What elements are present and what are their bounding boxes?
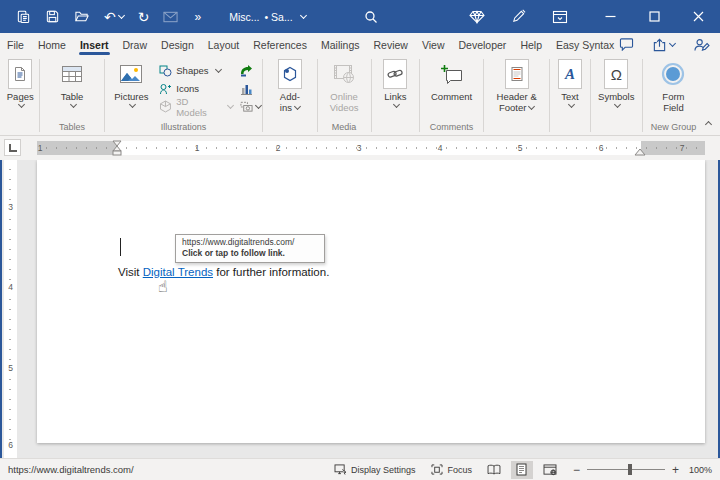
comment-button[interactable]: Comment bbox=[431, 59, 472, 102]
read-mode-button[interactable] bbox=[483, 461, 505, 479]
group-label-new-group: New Group bbox=[644, 121, 703, 135]
pages-button[interactable]: Pages bbox=[7, 59, 34, 109]
gem-icon[interactable] bbox=[469, 10, 485, 24]
minimize-button[interactable] bbox=[588, 0, 632, 33]
chart-button[interactable] bbox=[240, 82, 261, 95]
group-label-text bbox=[551, 121, 588, 135]
ribbon-group-addins: Add- ins bbox=[264, 56, 315, 135]
screenshot-button[interactable] bbox=[240, 100, 261, 113]
zoom-percentage[interactable]: 100% bbox=[686, 465, 712, 475]
document-title[interactable]: Misc... • Sa... bbox=[229, 11, 306, 23]
links-icon bbox=[383, 59, 407, 89]
ribbon-tab-label: Insert bbox=[80, 39, 109, 51]
zoom-slider-thumb[interactable] bbox=[628, 464, 632, 475]
zoom-out-button[interactable]: − bbox=[573, 465, 580, 475]
save-icon[interactable] bbox=[45, 9, 60, 24]
ribbon: Pages Table Tables bbox=[0, 56, 720, 136]
comment-icon bbox=[440, 59, 464, 89]
ribbon-tab[interactable]: Developer bbox=[452, 33, 514, 56]
symbols-button[interactable]: Ω Symbols bbox=[598, 59, 634, 109]
web-layout-button[interactable] bbox=[539, 461, 561, 479]
horizontal-ruler[interactable]: 11234567 bbox=[37, 141, 705, 155]
editing-mode-icon[interactable] bbox=[693, 38, 710, 52]
ribbon-tab[interactable]: Help bbox=[513, 33, 549, 56]
print-layout-button[interactable] bbox=[511, 461, 533, 479]
hand-cursor-icon: ☝ bbox=[158, 277, 168, 296]
document-title-text: Misc... bbox=[229, 11, 259, 23]
tab-row-right-icons bbox=[619, 33, 710, 56]
ribbon-tab-label: File bbox=[7, 39, 24, 51]
share-chevron-icon[interactable] bbox=[669, 40, 676, 47]
shapes-label: Shapes bbox=[176, 65, 208, 76]
add-ins-label-1: Add- bbox=[280, 91, 300, 102]
text-caret bbox=[120, 238, 121, 256]
ribbon-tab[interactable]: Review bbox=[366, 33, 414, 56]
tab-stop-icon bbox=[9, 144, 17, 152]
undo-button[interactable]: ↶ bbox=[104, 10, 124, 24]
group-separator bbox=[39, 59, 40, 132]
ribbon-display-options-icon[interactable] bbox=[552, 10, 568, 24]
group-separator bbox=[419, 59, 420, 132]
close-button[interactable] bbox=[676, 0, 720, 33]
form-field-icon bbox=[661, 59, 685, 89]
maximize-button[interactable] bbox=[632, 0, 676, 33]
text-button[interactable]: A Text bbox=[558, 59, 582, 109]
zoom-in-button[interactable]: + bbox=[672, 465, 679, 475]
paste-icon[interactable] bbox=[16, 9, 31, 24]
ribbon-tab[interactable]: Draw bbox=[116, 33, 155, 56]
ribbon-tab[interactable]: Layout bbox=[201, 33, 247, 56]
ribbon-tab[interactable]: References bbox=[246, 33, 314, 56]
redo-icon[interactable]: ↻ bbox=[138, 10, 150, 24]
header-footer-button[interactable]: Header & Footer bbox=[497, 59, 537, 113]
shapes-button[interactable]: Shapes bbox=[159, 63, 233, 78]
zoom-slider[interactable] bbox=[587, 469, 665, 470]
online-videos-button: Online Videos bbox=[330, 59, 359, 113]
ruler-number: 4 bbox=[4, 282, 17, 292]
ruler-band: 11234567 bbox=[0, 136, 720, 160]
chart-icon bbox=[240, 83, 253, 95]
links-button[interactable]: Links bbox=[383, 59, 407, 109]
group-separator bbox=[590, 59, 591, 132]
share-button[interactable] bbox=[652, 38, 675, 52]
ribbon-tab[interactable]: Design bbox=[154, 33, 201, 56]
more-commands-icon[interactable]: » bbox=[194, 10, 201, 24]
add-ins-button[interactable]: Add- ins bbox=[278, 59, 302, 113]
form-field-button[interactable]: Form Field bbox=[661, 59, 685, 113]
ribbon-tab[interactable]: Mailings bbox=[314, 33, 367, 56]
open-icon[interactable] bbox=[74, 9, 90, 24]
ribbon-tab[interactable]: View bbox=[415, 33, 452, 56]
ribbon-tab[interactable]: Easy Syntax bbox=[549, 33, 621, 56]
vertical-ruler[interactable]: 3456 bbox=[4, 160, 17, 458]
document-page[interactable]: https://www.digitaltrends.com/ Click or … bbox=[37, 160, 705, 443]
ribbon-tab[interactable]: Home bbox=[31, 33, 73, 56]
zoom-control: − + 100% bbox=[573, 465, 712, 475]
header-footer-label-1: Header & bbox=[497, 91, 537, 102]
ribbon-group-text: A Text bbox=[551, 56, 588, 135]
ribbon-tab[interactable]: Insert bbox=[73, 33, 116, 56]
display-settings-button[interactable]: Display Settings bbox=[329, 462, 421, 477]
collapse-ribbon-button[interactable] bbox=[703, 111, 720, 135]
print-layout-icon bbox=[516, 463, 527, 476]
group-label-links bbox=[373, 121, 418, 135]
pen-icon[interactable] bbox=[511, 9, 526, 24]
screenshot-chevron-icon bbox=[255, 102, 262, 109]
comments-panel-icon[interactable] bbox=[619, 38, 634, 51]
indent-markers[interactable] bbox=[110, 138, 124, 158]
ribbon-tab[interactable]: File bbox=[0, 33, 31, 56]
undo-chevron-icon[interactable] bbox=[118, 12, 125, 19]
focus-button[interactable]: Focus bbox=[426, 462, 477, 477]
pages-chevron-icon bbox=[18, 101, 25, 108]
right-indent-marker[interactable] bbox=[634, 148, 646, 156]
pictures-button[interactable]: Pictures bbox=[110, 59, 154, 109]
smartart-button[interactable] bbox=[240, 64, 261, 77]
ribbon-tab-label: References bbox=[253, 39, 307, 51]
symbols-icon: Ω bbox=[604, 59, 628, 89]
screenshot-icon bbox=[240, 101, 253, 112]
display-settings-label: Display Settings bbox=[351, 465, 416, 475]
search-icon[interactable] bbox=[364, 10, 378, 24]
group-separator bbox=[317, 59, 318, 132]
table-button[interactable]: Table bbox=[61, 59, 84, 109]
icons-button[interactable]: Icons bbox=[159, 81, 233, 96]
hyperlink-digital-trends[interactable]: Digital Trends bbox=[143, 266, 213, 278]
tab-selector-button[interactable] bbox=[4, 139, 21, 156]
